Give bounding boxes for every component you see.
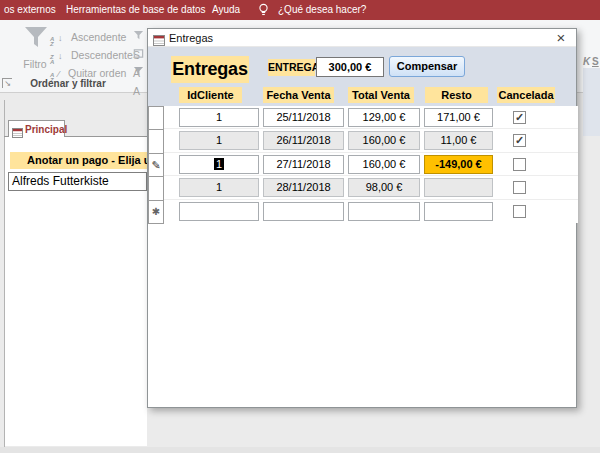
ribbon-group-label: Ordenar y filtrar (8, 78, 128, 89)
idcliente-field[interactable]: 1 (179, 108, 259, 127)
sort-descending-label: Descendente (71, 49, 133, 61)
fecha-field[interactable]: 25/11/2018 (263, 108, 344, 127)
resto-field[interactable]: 11,00 € (424, 131, 493, 150)
arrow-down-icon: ↓ (58, 51, 63, 61)
resto-field[interactable] (424, 178, 493, 197)
menu-item-herramientas[interactable]: Herramientas de base de datos (66, 0, 206, 20)
form-title: Entregas (171, 56, 249, 83)
column-header-resto: Resto (425, 87, 488, 103)
entrega-input[interactable] (316, 57, 384, 77)
new-record-selector[interactable]: ✱ (148, 200, 164, 224)
resto-field[interactable]: 171,00 € (424, 108, 493, 127)
close-icon[interactable]: × (553, 30, 569, 46)
resto-field-negative[interactable]: -149,00 € (424, 155, 493, 174)
cancelada-checkbox[interactable]: ✓ (513, 111, 526, 124)
access-window: os externos Herramientas de base de dato… (0, 0, 600, 453)
compensar-button[interactable]: Compensar (389, 56, 465, 77)
total-field[interactable]: 160,00 € (348, 131, 420, 150)
edit-pencil-icon: ✎ (151, 159, 160, 171)
resto-field[interactable] (424, 202, 493, 221)
menu-bar: os externos Herramientas de base de dato… (0, 0, 600, 20)
dialog-title-bar[interactable]: Entregas × (148, 29, 576, 47)
fecha-field[interactable]: 27/11/2018 (263, 155, 344, 174)
sort-descending-button[interactable]: ZA↓ Descendente (50, 45, 136, 59)
dialog-title: Entregas (169, 29, 213, 47)
sort-ascending-label: Ascendente (71, 31, 126, 43)
selected-text: 1 (214, 158, 224, 170)
cancelada-checkbox[interactable]: ✓ (513, 134, 526, 147)
funnel-solid-icon (133, 63, 144, 80)
column-header-fecha: Fecha Venta (263, 87, 334, 103)
entregas-dialog: Entregas × Entregas ENTREGA Compensar Id… (147, 28, 577, 408)
remove-sort-button[interactable]: AZ⁄ Quitar orden (50, 63, 136, 77)
form-icon (12, 124, 23, 142)
tell-me-search[interactable]: ¿Qué desea hacer? (278, 0, 366, 20)
tab-principal-label: Principal (25, 122, 67, 137)
italic-button[interactable]: K (583, 56, 590, 67)
record-selector-editing[interactable]: ✎ (148, 153, 164, 177)
menu-item-ayuda[interactable]: Ayuda (212, 0, 240, 20)
total-field[interactable]: 129,00 € (348, 108, 420, 127)
tab-principal[interactable]: Principal (8, 120, 65, 137)
record-selector[interactable] (148, 176, 164, 201)
funnel-selection-icon (133, 27, 144, 44)
record-selector[interactable] (148, 129, 164, 154)
ribbon-fragment (583, 68, 600, 136)
lightbulb-icon (258, 3, 269, 21)
cancelada-checkbox[interactable] (513, 205, 526, 218)
idcliente-field[interactable]: 1 (179, 131, 259, 150)
arrow-down-icon: ↓ (58, 33, 63, 43)
filter-button-label: Filtro (16, 58, 54, 70)
fecha-field[interactable]: 26/11/2018 (263, 131, 344, 150)
idcliente-field[interactable]: 1 (179, 178, 259, 197)
entrega-label: ENTREGA (268, 59, 315, 76)
dialog-launcher-icon[interactable]: ↘ (2, 78, 12, 88)
toggle-filter-label: A (133, 85, 140, 97)
advanced-filter-icon (133, 45, 144, 62)
cancelada-checkbox[interactable] (513, 181, 526, 194)
underline-button[interactable]: S (592, 56, 599, 67)
column-header-total: Total Venta (348, 87, 414, 103)
cancelada-checkbox[interactable] (513, 158, 526, 171)
fecha-field[interactable]: 28/11/2018 (263, 178, 344, 197)
sort-ascending-button[interactable]: AZ↓ Ascendente (50, 27, 136, 41)
total-field[interactable]: 98,00 € (348, 178, 420, 197)
total-field[interactable] (348, 202, 420, 221)
total-field[interactable]: 160,00 € (348, 155, 420, 174)
filter-button[interactable]: Filtro (16, 24, 54, 76)
column-header-cancelada: Cancelada (497, 87, 555, 103)
window-bottom-strip (0, 447, 600, 453)
fecha-field[interactable] (263, 202, 344, 221)
customer-combo[interactable]: Alfreds Futterkiste (8, 172, 147, 191)
column-header-idcliente: IdCliente (179, 87, 242, 103)
idcliente-field[interactable] (179, 202, 259, 221)
menu-item-datos-externos[interactable]: os externos (4, 0, 56, 20)
idcliente-field-editing[interactable]: 1 (179, 155, 259, 174)
record-selector[interactable] (148, 106, 164, 130)
funnel-icon (23, 26, 49, 54)
new-record-asterisk-icon: ✱ (152, 206, 160, 217)
payment-prompt-label: Anotar un pago - Elija un (10, 152, 147, 169)
